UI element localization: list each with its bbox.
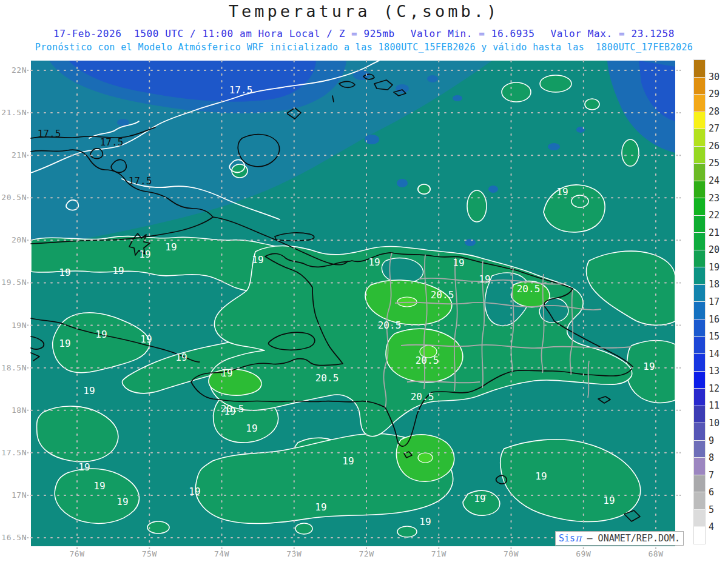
colorbar-tick-label: 26 [709, 141, 720, 152]
colorbar-segment [694, 60, 705, 77]
contour-label: 19 [95, 329, 107, 340]
page-title: Temperatura (C,somb.) [0, 2, 728, 21]
contour-label: 19 [535, 470, 547, 482]
contour-label: 19 [112, 265, 124, 276]
colorbar-tick-label: 23 [709, 193, 720, 204]
lat-axis-label: 18N [0, 406, 27, 415]
value-min-label: Valor Min. = 16.6935 [411, 28, 535, 39]
colorbar-tick-label: 19 [709, 262, 720, 273]
colorbar-tick-label: 17 [709, 296, 720, 307]
contour-label: 20.5 [221, 403, 244, 415]
contour-label: 17.5 [129, 175, 152, 187]
contour-label: 19 [474, 493, 485, 504]
colorbar-segment [694, 509, 705, 527]
contour-label: 19 [59, 267, 70, 278]
watermark-brand: Sisπ [559, 533, 582, 544]
contour-label: 17.5 [229, 84, 253, 96]
pi-icon: π [575, 532, 582, 544]
colorbar-segment [694, 232, 705, 250]
colorbar-tick-label: 4 [709, 521, 714, 532]
colorbar-segment [694, 319, 705, 336]
contour-label: 19 [603, 495, 615, 506]
colorbar-tick-label: 22 [709, 210, 720, 221]
colorbar-segment [694, 475, 705, 492]
colorbar-tick-label: 12 [709, 383, 720, 394]
colorbar-tick-label: 25 [709, 158, 720, 169]
colorbar-segment [694, 526, 705, 544]
colorbar-tick-label: 21 [709, 227, 720, 238]
contour-label: 20.5 [517, 283, 541, 295]
contour-label: 19 [342, 455, 354, 467]
colorbar-tick-label: 14 [709, 349, 720, 360]
colorbar-tick-label: 8 [709, 452, 714, 463]
colorbar [693, 59, 706, 544]
contour-label: 19 [252, 254, 263, 266]
colorbar-segment [694, 181, 705, 198]
contour-label: 17.5 [38, 128, 61, 139]
lat-axis-label: 21N [0, 150, 27, 159]
contour-label: 19 [643, 361, 655, 372]
contour-label: 19 [139, 249, 150, 260]
colorbar-tick-label: 28 [709, 106, 720, 117]
colorbar-segment [694, 163, 705, 181]
contour-label: 20.5 [431, 289, 454, 301]
colorbar-tick-label: 29 [709, 89, 720, 99]
colorbar-segment [694, 492, 705, 509]
contour-label: 20.5 [315, 372, 339, 384]
colorbar-tick-label: 27 [709, 123, 720, 134]
colorbar-segment [694, 112, 705, 129]
contour-label: 19 [189, 486, 200, 497]
colorbar-tick-label: 5 [709, 504, 714, 515]
colorbar-tick-label: 20 [709, 244, 720, 255]
colorbar-segment [694, 198, 705, 215]
colorbar-segment [694, 457, 705, 475]
colorbar-tick-label: 30 [709, 72, 720, 82]
watermark-box: Sisπ – ONAMET/REP.DOM. [555, 531, 684, 546]
contour-label: 19 [140, 333, 152, 345]
lat-axis-label: 17.5N [0, 448, 27, 457]
contour-label: 19 [479, 273, 490, 285]
colorbar-segment [694, 423, 705, 440]
contour-label: 19 [368, 256, 380, 268]
colorbar-tick-label: 7 [709, 470, 714, 481]
map-canvas: 17.517.517.517.5191919191919191919191919… [31, 61, 675, 546]
contour-label: 19 [175, 352, 187, 363]
colorbar-segment [694, 301, 705, 319]
colorbar-segment [694, 371, 705, 389]
contour-label: 19 [93, 480, 105, 492]
colorbar-segment [694, 388, 705, 406]
weather-map-page: Temperatura (C,somb.) 17-Feb-2026 1500 U… [0, 0, 728, 562]
lat-axis-label: 20.5N [0, 193, 27, 202]
lat-axis-label: 21.5N [0, 108, 27, 117]
colorbar-tick-label: 6 [709, 487, 714, 498]
colorbar-segment [694, 440, 705, 458]
contour-label: 19 [59, 338, 70, 349]
colorbar-tick-label: 9 [709, 435, 714, 446]
lat-axis-label: 16.5N [0, 533, 27, 542]
colorbar-segment [694, 267, 705, 284]
colorbar-segment [694, 215, 705, 233]
colorbar-segment [694, 77, 705, 95]
colorbar-segment [694, 406, 705, 423]
value-max-label: Valor Max. = 23.1258 [550, 28, 675, 39]
colorbar-segment [694, 284, 705, 302]
model-info-line: Pronóstico con el Modelo Atmósferico WRF… [0, 42, 728, 53]
colorbar-tick-label: 11 [709, 400, 720, 411]
colorbar-segment [694, 250, 705, 267]
contour-label: 19 [419, 516, 431, 527]
contour-label: 17.5 [100, 136, 124, 148]
lat-axis-label: 20N [0, 235, 27, 244]
contour-label: 19 [246, 423, 257, 434]
contour-label: 20.5 [416, 355, 439, 366]
colorbar-tick-label: 18 [709, 279, 720, 290]
contour-label: 20.5 [378, 319, 402, 331]
lat-axis-label: 19.5N [0, 278, 27, 287]
forecast-datetime: 17-Feb-2026 1500 UTC / 11:00 am Hora Loc… [53, 28, 395, 39]
contour-label: 19 [315, 501, 326, 513]
colorbar-segment [694, 94, 705, 112]
colorbar-segment [694, 336, 705, 354]
colorbar-tick-label: 10 [709, 418, 720, 429]
contour-label: 19 [556, 186, 568, 198]
colorbar-segment [694, 129, 705, 146]
contour-label: 19 [83, 385, 95, 396]
